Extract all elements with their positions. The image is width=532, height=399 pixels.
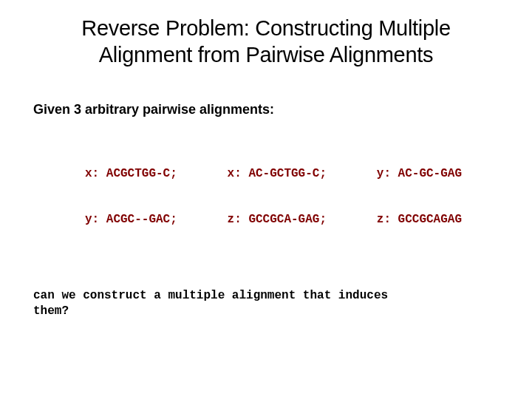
subtitle: Given 3 arbitrary pairwise alignments:: [33, 102, 499, 117]
alignment-3-line-2: z: GCCGCAGAG: [377, 212, 462, 228]
slide-title: Reverse Problem: Constructing Multiple A…: [33, 15, 499, 69]
alignment-1-line-2: y: ACGC--GAC;: [85, 212, 177, 228]
question-line-1: can we construct a multiple alignment th…: [33, 289, 388, 302]
alignment-3-line-1: y: AC-GC-GAG: [377, 166, 462, 182]
alignments-row: x: ACGCTGG-C; y: ACGC--GAC; x: AC-GCTGG-…: [33, 136, 499, 259]
alignment-2-line-1: x: AC-GCTGG-C;: [228, 166, 327, 182]
alignment-1-line-1: x: ACGCTGG-C;: [85, 166, 177, 182]
question-text: can we construct a multiple alignment th…: [33, 288, 499, 319]
alignment-pair-2: x: AC-GCTGG-C; z: GCCGCA-GAG;: [228, 136, 327, 259]
alignment-pair-1: x: ACGCTGG-C; y: ACGC--GAC;: [85, 136, 177, 259]
title-line-2: Alignment from Pairwise Alignments: [99, 43, 433, 66]
alignment-pair-3: y: AC-GC-GAG z: GCCGCAGAG: [377, 136, 462, 259]
question-line-2: them?: [33, 304, 69, 318]
alignment-2-line-2: z: GCCGCA-GAG;: [228, 212, 327, 228]
title-line-1: Reverse Problem: Constructing Multiple: [81, 16, 451, 40]
